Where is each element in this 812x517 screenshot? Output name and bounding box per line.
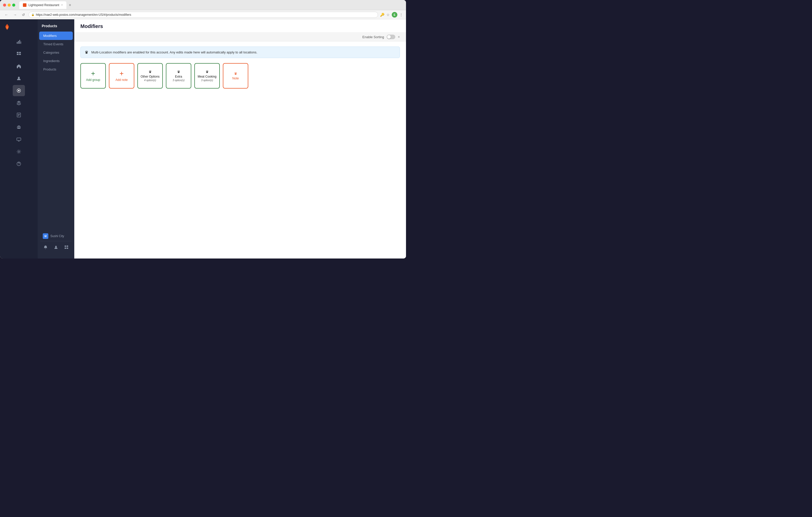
svg-rect-3: [21, 41, 21, 44]
close-window-btn[interactable]: [3, 4, 6, 7]
forward-btn[interactable]: →: [12, 12, 18, 18]
minimize-window-btn[interactable]: [8, 4, 11, 7]
active-tab[interactable]: Lightspeed Restaurant ×: [19, 1, 66, 9]
traffic-lights: [3, 4, 15, 7]
note-crown: ♛: [234, 71, 237, 76]
toggle-knob: [387, 35, 391, 39]
sidebar-item-products[interactable]: Products: [39, 65, 73, 74]
add-note-card[interactable]: + Add note: [109, 63, 134, 89]
maximize-window-btn[interactable]: [12, 4, 15, 7]
extra-label: Extra: [175, 75, 182, 78]
sidebar-item-reports[interactable]: [13, 109, 25, 121]
meat-cooking-label: Meat Cooking: [198, 75, 216, 78]
add-group-label: Add group: [86, 78, 100, 82]
page-header: Modifiers: [74, 19, 406, 33]
svg-rect-24: [65, 246, 66, 247]
tab-close-btn[interactable]: ×: [61, 4, 63, 6]
extra-sublabel: 3 option(s): [172, 79, 184, 82]
sidebar-item-ingredients[interactable]: Ingredients: [39, 57, 73, 65]
key-icon: 🔑: [380, 13, 384, 17]
page-title: Modifiers: [80, 23, 400, 29]
location-icon: M: [43, 233, 48, 239]
svg-rect-7: [19, 54, 21, 55]
sidebar-item-home[interactable]: [13, 61, 25, 72]
cards-grid: + Add group + Add note ♛ Other Options 4…: [80, 63, 400, 89]
browser-toolbar: ← → ↺ 🔒 https://nae2-web.posios.com/mana…: [0, 10, 406, 19]
svg-rect-5: [19, 52, 21, 53]
sidebar-item-settings[interactable]: [13, 146, 25, 157]
menu-btn[interactable]: ⋮: [399, 13, 403, 17]
svg-rect-26: [65, 248, 66, 249]
account-btn[interactable]: [52, 244, 60, 251]
sidebar-item-help[interactable]: [13, 158, 25, 169]
sub-sidebar: Products Modifiers Timed Events Categori…: [38, 19, 74, 258]
tab-bar: Lightspeed Restaurant × +: [19, 1, 403, 9]
info-banner: ♛ Multi-Location modifiers are enabled f…: [80, 47, 400, 58]
svg-point-20: [18, 151, 20, 152]
other-options-card[interactable]: ♛ Other Options 4 option(s): [137, 63, 163, 89]
sidebar-item-categories[interactable]: Categories: [39, 48, 73, 57]
enable-sorting-toggle[interactable]: [387, 35, 395, 39]
meat-cooking-crown: ♛: [206, 70, 209, 74]
browser-titlebar: Lightspeed Restaurant × +: [0, 0, 406, 10]
sidebar-item-modifiers[interactable]: Modifiers: [39, 32, 73, 40]
meat-cooking-sublabel: 3 option(s): [201, 79, 213, 82]
sidebar-item-analytics[interactable]: [13, 36, 25, 47]
crown-icon: ♛: [85, 50, 88, 55]
sidebar-item-products[interactable]: [13, 85, 25, 96]
sub-sidebar-footer: M Sushi City: [38, 228, 74, 256]
bottom-actions: [40, 241, 72, 253]
app-container: Products Modifiers Timed Events Categori…: [0, 19, 406, 258]
user-avatar[interactable]: E: [392, 12, 397, 18]
tab-title: Lightspeed Restaurant: [28, 3, 59, 7]
back-btn[interactable]: ←: [3, 12, 10, 18]
extra-crown: ♛: [177, 70, 180, 74]
app-logo-icon: [4, 23, 11, 31]
star-icon[interactable]: ☆: [386, 13, 390, 17]
sidebar-item-contacts[interactable]: [13, 73, 25, 84]
extra-card[interactable]: ♛ Extra 3 option(s): [166, 63, 191, 89]
sidebar-item-display[interactable]: [13, 134, 25, 145]
add-group-card[interactable]: + Add group: [80, 63, 106, 89]
address-bar[interactable]: 🔒 https://nae2-web.posios.com/management…: [28, 12, 378, 18]
sidebar-nav: [0, 35, 38, 258]
refresh-btn[interactable]: ↺: [20, 12, 26, 18]
svg-rect-16: [18, 127, 20, 128]
location-name: Sushi City: [50, 234, 64, 238]
toolbar-right: 🔑 ☆ E ⋮: [380, 12, 403, 18]
svg-rect-2: [19, 40, 20, 44]
svg-rect-6: [17, 54, 19, 55]
location-item[interactable]: M Sushi City: [40, 231, 72, 241]
sidebar: [0, 19, 38, 258]
note-card[interactable]: ♛ Note: [223, 63, 248, 89]
add-note-plus: +: [120, 70, 124, 77]
sidebar-item-timed-events[interactable]: Timed Events: [39, 40, 73, 48]
svg-rect-1: [18, 41, 19, 44]
add-group-plus: +: [91, 70, 95, 77]
new-tab-btn[interactable]: +: [67, 3, 73, 7]
note-label: Note: [232, 77, 239, 80]
lock-icon: 🔒: [31, 13, 34, 16]
svg-point-23: [55, 246, 57, 247]
svg-rect-4: [17, 52, 19, 53]
sidebar-item-floorplan[interactable]: [13, 48, 25, 60]
other-options-sublabel: 4 option(s): [144, 79, 156, 82]
sidebar-item-printer[interactable]: [13, 122, 25, 133]
meat-cooking-card[interactable]: ♛ Meat Cooking 3 option(s): [194, 63, 220, 89]
sidebar-item-layers[interactable]: [13, 97, 25, 108]
share-btn[interactable]: [63, 244, 70, 251]
svg-point-10: [18, 90, 20, 91]
svg-rect-17: [17, 138, 21, 140]
info-banner-text: Multi-Location modifiers are enabled for…: [91, 50, 257, 54]
add-note-label: Add note: [115, 78, 128, 82]
content-area: ♛ Multi-Location modifiers are enabled f…: [74, 41, 406, 258]
sorting-label: Enable Sorting: [362, 35, 384, 39]
notifications-btn[interactable]: [42, 244, 49, 251]
close-sorting-btn[interactable]: ×: [398, 35, 400, 39]
svg-point-22: [19, 165, 19, 165]
sidebar-logo: [0, 19, 38, 35]
svg-rect-27: [67, 248, 68, 249]
svg-point-8: [18, 77, 20, 79]
sorting-bar: Enable Sorting ×: [74, 33, 406, 41]
svg-rect-0: [17, 42, 18, 44]
